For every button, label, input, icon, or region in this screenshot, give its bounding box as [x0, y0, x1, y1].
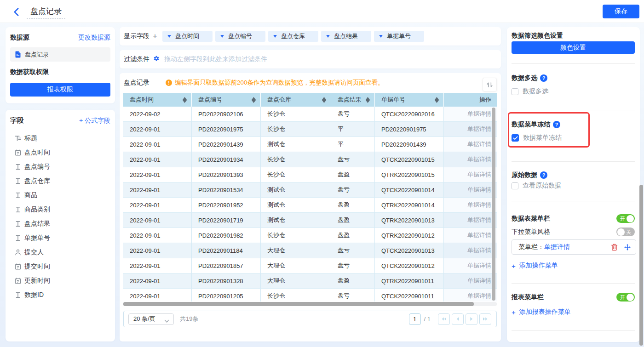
row-action-detail-link[interactable]: 单据详情: [444, 198, 497, 213]
field-item-盘点编号[interactable]: 盘点编号: [10, 159, 110, 174]
fields-card: 字段 + 公式字段 标题盘点时间盘点编号盘点仓库商品商品类别盘点结果单据单号提交…: [6, 110, 115, 341]
field-item-更新时间[interactable]: 更新时间: [10, 273, 110, 288]
question-icon[interactable]: ?: [553, 121, 560, 128]
table-row[interactable]: 2022-09-01PD20220901205长沙仓盘亏QTCK20220901…: [123, 289, 497, 301]
add-formula-field-link[interactable]: + 公式字段: [79, 117, 110, 125]
row-action-detail-link[interactable]: 单据详情: [444, 213, 497, 228]
cell: 2022-09-01: [123, 273, 192, 289]
cell: 测试仓: [261, 182, 331, 198]
caret-down-icon: [220, 35, 224, 38]
cell: PD20220901184: [192, 243, 261, 258]
permission-heading: 数据获取权限: [10, 68, 49, 75]
multi-select-checkbox[interactable]: [512, 88, 518, 95]
table-vertical-scrollbar[interactable]: [492, 108, 495, 301]
next-page-button[interactable]: [466, 313, 477, 325]
row-action-detail-link[interactable]: 单据详情: [444, 137, 497, 152]
row-action-detail-link[interactable]: 单据详情: [444, 289, 497, 301]
table-row[interactable]: 2022-09-01PD20220901393长沙仓盘盈QTRK20220901…: [123, 167, 497, 182]
move-icon[interactable]: [624, 244, 631, 251]
table-menu-bar-toggle[interactable]: 开: [616, 214, 635, 223]
row-action-detail-link[interactable]: 单据详情: [444, 182, 497, 198]
table-row[interactable]: 2022-09-01PD20220901952测试仓盘盈QTRK20220901…: [123, 198, 497, 213]
last-page-button[interactable]: [479, 313, 491, 325]
plus-icon: +: [512, 262, 516, 270]
field-item-提交时间[interactable]: 提交时间: [10, 259, 110, 273]
datasource-item[interactable]: 盘点记录: [10, 47, 110, 62]
multi-select-checkbox-row[interactable]: 数据多选: [512, 87, 635, 96]
page-title[interactable]: 盘点记录: [27, 6, 65, 19]
question-icon[interactable]: ?: [540, 171, 547, 179]
row-action-detail-link[interactable]: 单据详情: [444, 152, 497, 167]
field-item-提交人[interactable]: 提交人: [10, 245, 110, 259]
add-display-field-button[interactable]: +: [153, 32, 157, 41]
row-action-detail-link[interactable]: 单据详情: [444, 228, 497, 243]
change-datasource-link[interactable]: 更改数据源: [78, 34, 110, 42]
first-page-button[interactable]: [438, 313, 450, 325]
table-row[interactable]: 2022-09-01PD20220901982长沙仓盘盈QTRK20220901…: [123, 228, 497, 243]
table-horizontal-scrollbar-thumb[interactable]: [123, 302, 474, 306]
row-action-detail-link[interactable]: 单据详情: [444, 107, 497, 122]
display-field-chip-盘点仓库[interactable]: 盘点仓库: [268, 31, 318, 42]
trash-icon[interactable]: [611, 244, 618, 251]
field-item-商品[interactable]: 商品: [10, 188, 110, 202]
row-action-detail-link[interactable]: 单据详情: [444, 122, 497, 137]
sort-order-button[interactable]: [483, 78, 497, 91]
field-item-标题[interactable]: 标题: [10, 131, 110, 145]
display-field-chip-盘点编号[interactable]: 盘点编号: [215, 31, 265, 42]
row-action-detail-link[interactable]: 单据详情: [444, 243, 497, 258]
table-row[interactable]: 2022-09-01PD20220901184大理仓盘亏QTCK20220901…: [123, 243, 497, 258]
back-button[interactable]: [12, 7, 21, 17]
table-row[interactable]: 2022-09-01PD20220901719测试仓盘盈QTRK20220901…: [123, 213, 497, 228]
table-row[interactable]: 2022-09-01PD20220901328大理仓盘盈QTRK20220901…: [123, 273, 497, 289]
field-item-盘点时间[interactable]: 盘点时间: [10, 145, 110, 159]
field-item-label: 盘点结果: [24, 220, 50, 228]
raw-data-checkbox[interactable]: [512, 182, 518, 189]
prev-page-button[interactable]: [452, 313, 464, 325]
raw-data-checkbox-row[interactable]: 查看原始数据: [512, 182, 635, 190]
sort-carets-icon[interactable]: [183, 97, 187, 103]
window-scrollbar-thumb[interactable]: [639, 185, 643, 346]
field-item-盘点结果[interactable]: 盘点结果: [10, 216, 110, 231]
cell: QTRK20220901012: [375, 228, 444, 243]
menu-item-value[interactable]: 单据详情: [544, 243, 570, 251]
row-action-detail-link[interactable]: 单据详情: [444, 273, 497, 289]
sort-carets-icon[interactable]: [435, 97, 439, 103]
sort-carets-icon[interactable]: [366, 97, 370, 103]
cell: PD20220902106: [192, 107, 261, 122]
question-icon[interactable]: ?: [540, 74, 547, 82]
table-row[interactable]: 2022-09-01PD20220901857大理仓盘亏QTCK20220901…: [123, 258, 497, 273]
display-field-chip-盘点结果[interactable]: 盘点结果: [321, 31, 371, 42]
table-row[interactable]: 2022-09-01PD20220901534测试仓盘亏QTCK20220901…: [123, 182, 497, 198]
menu-freeze-checkbox-row[interactable]: 数据菜单冻结: [512, 134, 635, 142]
field-item-单据单号[interactable]: 单据单号: [10, 231, 110, 245]
dropdown-style-toggle[interactable]: 关: [616, 228, 635, 236]
table-menu-bar-heading: 数据表菜单栏: [512, 215, 550, 223]
table-horizontal-scrollbar[interactable]: [123, 302, 497, 306]
color-setting-button[interactable]: 颜色设置: [512, 41, 635, 54]
field-item-盘点仓库[interactable]: 盘点仓库: [10, 174, 110, 188]
cell: QTCK20220901014: [375, 182, 444, 198]
sort-carets-icon[interactable]: [252, 97, 256, 103]
add-action-menu-link[interactable]: + 添加操作菜单: [512, 262, 635, 270]
page-number-input[interactable]: 1: [409, 313, 421, 325]
table-row[interactable]: 2022-09-02PD20220902106长沙仓盘亏QTCK20220902…: [123, 107, 497, 122]
report-permission-button[interactable]: 报表权限: [10, 83, 110, 97]
display-field-chip-单据单号[interactable]: 单据单号: [374, 31, 424, 42]
add-report-action-menu-link[interactable]: + 添加报表操作菜单: [512, 308, 635, 316]
row-action-detail-link[interactable]: 单据详情: [444, 258, 497, 273]
field-item-商品类别[interactable]: 商品类别: [10, 202, 110, 216]
table-row[interactable]: 2022-09-01PD20220901934长沙仓盘亏QTCK20220901…: [123, 152, 497, 167]
menu-freeze-checkbox[interactable]: [512, 134, 519, 142]
report-menu-bar-toggle[interactable]: 开: [616, 293, 635, 301]
display-field-chip-盘点时间[interactable]: 盘点时间: [162, 31, 213, 42]
table-row[interactable]: 2022-09-01PD20220901975长沙仓平PD20220901975…: [123, 122, 497, 137]
menu-freeze-heading: 数据菜单冻结 ?: [512, 120, 635, 129]
gear-icon[interactable]: [153, 55, 160, 63]
divider: [512, 110, 635, 110]
field-item-数据ID[interactable]: 数据ID: [10, 288, 110, 302]
save-button[interactable]: 保存: [603, 5, 639, 18]
page-size-select[interactable]: 20 条/页: [128, 313, 174, 325]
row-action-detail-link[interactable]: 单据详情: [444, 167, 497, 182]
sort-carets-icon[interactable]: [322, 97, 326, 103]
table-row[interactable]: 2022-09-01PD20220901439测试仓平PD20220901439…: [123, 137, 497, 152]
